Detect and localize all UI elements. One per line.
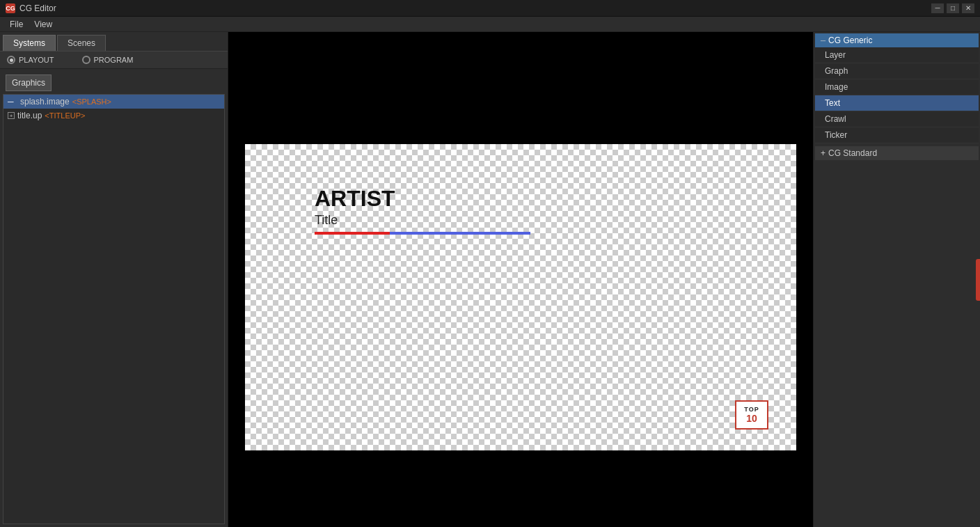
close-button[interactable]: ✕ [962, 3, 974, 13]
tree-item-splash-tag: <SPLASH> [72, 97, 111, 106]
radio-program-circle [82, 56, 90, 64]
right-edge-handle [976, 259, 980, 301]
tabs-row: Systems Scenes [0, 32, 228, 52]
canvas-logo-bottom: 10 [746, 413, 757, 424]
titlebar-controls: ─ □ ✕ [931, 3, 974, 13]
cg-standard-expand-icon: + [821, 148, 825, 158]
tree-item-title-tag: <TITLEUP> [45, 111, 85, 120]
titlebar: CG CG Editor ─ □ ✕ [0, 0, 980, 17]
rp-item-image[interactable]: Image [815, 79, 979, 95]
rp-item-graph[interactable]: Graph [815, 63, 979, 79]
canvas-content: ARTIST Title [245, 144, 796, 450]
cg-generic-expand-icon: ─ [821, 37, 825, 45]
canvas-divider-line [315, 232, 530, 235]
rp-item-crawl[interactable]: Crawl [815, 111, 979, 127]
rp-item-layer[interactable]: Layer [815, 47, 979, 63]
tab-scenes[interactable]: Scenes [57, 35, 106, 51]
tree-list: ─ splash.image <SPLASH> + title.up <TITL… [3, 94, 225, 524]
canvas-logo-top: TOP [744, 406, 759, 413]
menu-view[interactable]: View [29, 18, 58, 31]
tab-systems[interactable]: Systems [3, 35, 56, 51]
tree-expand-icon: + [8, 112, 15, 119]
tree-item-title[interactable]: + title.up <TITLEUP> [3, 109, 224, 123]
cg-generic-section: ─ CG Generic Layer Graph Image Text Craw… [815, 33, 979, 143]
radio-playout-text: PLAYOUT [19, 56, 54, 64]
maximize-button[interactable]: □ [947, 3, 959, 13]
cg-standard-title: CG Standard [828, 148, 877, 158]
cg-generic-title: CG Generic [828, 36, 872, 45]
canvas-area: ARTIST Title TOP 10 [228, 32, 813, 527]
app-title: CG Editor [19, 3, 56, 13]
tree-item-splash[interactable]: ─ splash.image <SPLASH> [3, 95, 224, 109]
canvas-logo: TOP 10 [735, 400, 768, 430]
main-layout: Systems Scenes PLAYOUT PROGRAM Graphics … [0, 32, 980, 527]
canvas-black-top [245, 61, 796, 144]
canvas-frame: ARTIST Title TOP 10 [245, 144, 796, 450]
left-panel: Systems Scenes PLAYOUT PROGRAM Graphics … [0, 32, 228, 527]
cg-standard-section: + CG Standard [815, 146, 979, 160]
menubar: File View [0, 17, 980, 32]
tree-item-title-name: title.up [17, 111, 42, 120]
tree-item-splash-name: splash.image [20, 97, 70, 107]
minimize-button[interactable]: ─ [931, 3, 944, 13]
canvas-black-bottom [245, 450, 796, 499]
app-icon: CG [6, 3, 15, 13]
tree-indent: ─ [8, 97, 17, 107]
canvas-title-text: Title [315, 213, 796, 228]
radio-program-text: PROGRAM [94, 56, 134, 64]
cg-standard-header[interactable]: + CG Standard [815, 146, 979, 160]
rp-item-text[interactable]: Text [815, 95, 979, 111]
menu-file[interactable]: File [4, 18, 29, 31]
canvas-artist-text: ARTIST [315, 186, 796, 212]
right-panel: ─ CG Generic Layer Graph Image Text Craw… [813, 32, 980, 527]
radio-playout-label[interactable]: PLAYOUT [7, 56, 54, 64]
graphics-tab-header[interactable]: Graphics [6, 74, 52, 91]
cg-generic-header[interactable]: ─ CG Generic [815, 33, 979, 47]
radio-row: PLAYOUT PROGRAM [0, 52, 228, 69]
radio-program-label[interactable]: PROGRAM [82, 56, 134, 64]
rp-item-ticker[interactable]: Ticker [815, 127, 979, 143]
radio-playout-circle [7, 56, 15, 64]
